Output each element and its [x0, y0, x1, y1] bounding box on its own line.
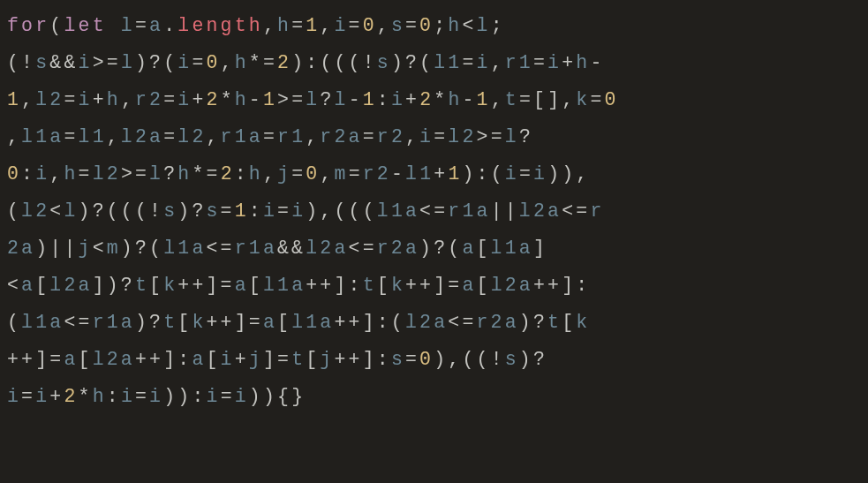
code-token: i [391, 89, 405, 110]
code-token: [ [35, 275, 49, 296]
code-token: )?( [419, 238, 462, 259]
code-token: l1a [263, 275, 306, 296]
code-token: && [49, 52, 78, 73]
code-token: , [306, 126, 320, 147]
code-token: =[], [519, 89, 576, 110]
code-token: h [448, 89, 462, 110]
code-token: : [107, 386, 121, 407]
code-token: ++]= [7, 349, 64, 370]
code-token: , [21, 89, 35, 110]
code-token: r2a [477, 312, 519, 333]
code-token: - [349, 89, 363, 110]
code-token: h [93, 386, 107, 407]
code-token: i [291, 200, 306, 222]
code-token: + [192, 89, 206, 110]
code-token: )|| [35, 238, 78, 259]
code-token: a [235, 275, 249, 296]
code-token: ):(((! [291, 52, 377, 73]
code-token: i [533, 163, 547, 185]
code-token: 0 [306, 163, 320, 185]
code-token: , [49, 163, 64, 185]
code-token: , [107, 126, 121, 147]
code-token: a [21, 275, 35, 296]
code-token: a [462, 275, 476, 296]
code-token: h [448, 15, 462, 36]
code-token: l [64, 200, 78, 222]
code-token: <= [562, 200, 590, 222]
code-token: l2 [21, 200, 49, 222]
code-token: * [79, 386, 93, 407]
code-token: l1a [291, 312, 334, 333]
code-token: - [590, 52, 604, 73]
code-token: length [177, 15, 263, 36]
code-token: i [35, 386, 49, 407]
code-token: && [277, 238, 306, 259]
code-token: i [419, 126, 434, 147]
code-token: <= [206, 238, 234, 259]
code-token: j [79, 238, 93, 259]
code-token: i [79, 89, 93, 110]
code-token: s [391, 15, 405, 36]
code-token: 0 [363, 15, 377, 36]
code-token: )?(((! [79, 200, 164, 222]
code-token: )?( [121, 238, 163, 259]
code-token: h [177, 163, 192, 185]
code-token: + [562, 52, 576, 73]
code-token: , [7, 126, 21, 147]
code-token: ++]:( [334, 312, 405, 333]
code-token: ++]: [533, 275, 590, 296]
code-token: a [263, 312, 277, 333]
code-token: i [547, 52, 562, 73]
code-token: r1a [235, 238, 277, 259]
code-token: r1a [448, 200, 490, 222]
code-token: l [149, 163, 163, 185]
code-token: r2a [320, 126, 362, 147]
code-token: ]= [263, 349, 291, 370]
code-token: i [263, 200, 277, 222]
code-token: = [64, 89, 78, 110]
code-token: = [163, 89, 177, 110]
code-token: j [277, 163, 291, 185]
code-token: = [349, 163, 363, 185]
code-token: i [235, 386, 249, 407]
code-token: ++]: [334, 349, 390, 370]
code-token: , [320, 15, 334, 36]
code-token: 1 [7, 89, 21, 110]
code-token: = [291, 15, 306, 36]
code-token: . [163, 15, 177, 36]
code-token: + [49, 386, 64, 407]
code-token [107, 15, 121, 36]
code-token: t [363, 275, 377, 296]
code-token: = [405, 349, 419, 370]
code-token: 0 [605, 89, 619, 110]
code-token: let [64, 15, 106, 36]
code-token: = [405, 15, 419, 36]
code-token: s [391, 349, 405, 370]
code-token: t [291, 349, 306, 370]
code-token: ++]: [306, 275, 362, 296]
code-token: t [547, 312, 562, 333]
code-token: i [35, 163, 49, 185]
code-token: l2a [49, 275, 92, 296]
code-token: l1a [163, 238, 206, 259]
code-token: = [519, 163, 533, 185]
code-token: l1 [434, 52, 462, 73]
code-token: r1a [93, 312, 135, 333]
code-token: 1 [477, 89, 491, 110]
code-token: <= [448, 312, 476, 333]
code-token: >= [93, 52, 121, 73]
code-token: l1 [79, 126, 107, 147]
code-token: i [505, 163, 519, 185]
code-token: l [121, 15, 135, 36]
code-token: k [163, 275, 177, 296]
code-token: ++]= [405, 275, 462, 296]
code-token: 0 [419, 349, 434, 370]
code-token: l1 [405, 163, 434, 185]
code-token: 0 [7, 163, 21, 185]
code-token: )), [547, 163, 590, 185]
code-token: k [576, 312, 590, 333]
code-token: i [177, 89, 192, 110]
code-token: i [7, 386, 21, 407]
code-token: s [505, 349, 519, 370]
code-token: l2a [491, 275, 533, 296]
